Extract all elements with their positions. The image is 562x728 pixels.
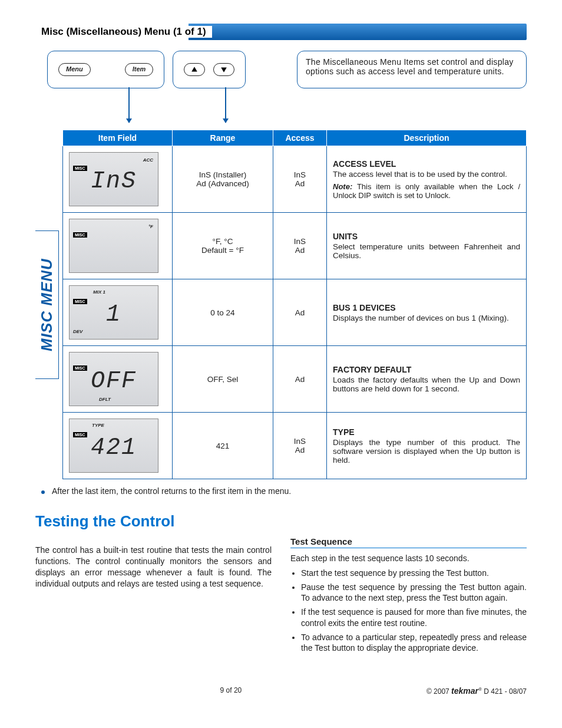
cell-access: InSAd (273, 413, 327, 479)
triangle-down-icon (220, 66, 227, 73)
table-header-row: Item Field Range Access Description (63, 130, 527, 146)
lcd-display: MISC°F (69, 219, 158, 273)
th-desc: Description (327, 130, 527, 146)
desc-title: UNITS (333, 232, 520, 241)
testing-columns: The control has a built-in test routine … (35, 536, 527, 657)
doc-id: D 421 - 08/07 (482, 687, 527, 696)
up-arrow-button[interactable] (184, 63, 205, 76)
triangle-up-icon (191, 66, 198, 73)
footer-right: © 2007 tekmar® D 421 - 08/07 (427, 686, 527, 696)
th-access: Access (273, 130, 327, 146)
table-row: MISCTYPE421421InSAdTYPEDisplays the type… (63, 413, 527, 479)
lcd-display: MISCTYPE421 (69, 419, 158, 473)
lcd-bottom-left-tag: DEV (73, 329, 82, 334)
cell-range: OFF, Sel (173, 346, 273, 413)
cell-range: 421 (173, 413, 273, 479)
testing-heading: Testing the Control (35, 512, 527, 531)
item-button[interactable]: Item (125, 63, 154, 76)
brand-logo: tekmar (451, 686, 478, 696)
desc-body: Displays the number of devices on bus 1 … (333, 314, 520, 322)
cell-range: °F, °CDefault = °F (173, 213, 273, 279)
th-range: Range (173, 130, 273, 146)
menu-table: Item Field Range Access Description MISC… (62, 130, 527, 479)
page-footer: 9 of 20 © 2007 tekmar® D 421 - 08/07 (35, 686, 527, 696)
table-row: MISCDFLTOFFOFF, SelAdFACTORY DEFAULTLoad… (63, 346, 527, 413)
cell-description: ACCESS LEVELThe access level that is to … (327, 146, 527, 213)
cell-item-field: MISCDFLTOFF (63, 346, 173, 413)
lcd-segment-value: 421 (70, 433, 158, 462)
top-row: Menu Item The Miscellaneous Menu Items s… (35, 51, 527, 88)
desc-title: FACTORY DEFAULT (333, 365, 520, 374)
svg-marker-0 (192, 67, 198, 71)
section-title: Misc (Miscellaneous) Menu (1 of 1) (41, 26, 212, 38)
arrow-button-group (173, 51, 246, 88)
copyright: © 2007 (427, 687, 449, 696)
lcd-top-left-tag: MIX 1 (93, 289, 105, 295)
cell-range: InS (Installer)Ad (Advanced) (173, 146, 273, 213)
cell-description: UNITSSelect temperature units between Fa… (327, 213, 527, 279)
lcd-segment-value: OFF (70, 367, 158, 395)
th-item: Item Field (63, 130, 173, 146)
side-label: MISC MENU (35, 230, 59, 379)
cell-description: TYPEDisplays the type number of this pro… (327, 413, 527, 479)
cell-item-field: MISCMIX 1DEV1 (63, 279, 173, 346)
menu-button[interactable]: Menu (58, 63, 91, 76)
test-step: If the test sequence is paused for more … (301, 607, 527, 628)
menu-item-button-group: Menu Item (47, 51, 164, 88)
table-row: MISC°F°F, °CDefault = °FInSAdUNITSSelect… (63, 213, 527, 279)
flow-arrow-range (225, 87, 226, 123)
cell-range: 0 to 24 (173, 279, 273, 346)
test-step: To advance to a particular step, repeate… (301, 632, 527, 653)
cell-item-field: MISCACCInS (63, 146, 173, 213)
desc-title: BUS 1 DEVICES (333, 303, 520, 312)
cell-access: InSAd (273, 213, 327, 279)
test-step: Pause the test sequence by pressing the … (301, 582, 527, 603)
lcd-display: MISCMIX 1DEV1 (69, 285, 158, 340)
lcd-segment-value (70, 233, 158, 262)
lcd-top-right-tag: ACC (143, 157, 153, 163)
cell-item-field: MISC°F (63, 213, 173, 279)
down-arrow-button[interactable] (213, 63, 234, 76)
desc-body: Select temperature units between Fahrenh… (333, 242, 520, 260)
test-sequence-lead: Each step in the test sequence lasts 10 … (290, 553, 527, 564)
cell-access: InSAd (273, 146, 327, 213)
svg-marker-1 (222, 67, 227, 72)
cell-access: Ad (273, 279, 327, 346)
testing-intro: The control has a built-in test routine … (35, 545, 272, 589)
desc-body: Loads the factory defaults when the Up a… (333, 375, 520, 393)
test-step: Start the test sequence by pressing the … (301, 568, 527, 578)
after-last-item-note: After the last item, the control returns… (52, 486, 527, 496)
lcd-segment-value: InS (70, 167, 158, 195)
desc-body: The access level that is to be used by t… (333, 170, 520, 179)
cell-description: FACTORY DEFAULTLoads the factory default… (327, 346, 527, 413)
test-steps-list: Start the test sequence by pressing the … (290, 568, 527, 653)
test-sequence-subhead: Test Sequence (290, 536, 527, 548)
cell-access: Ad (273, 346, 327, 413)
lcd-top-right-tag: °F (148, 224, 153, 229)
section-header: Misc (Miscellaneous) Menu (1 of 1) (35, 24, 527, 40)
lcd-bottom-center-tag: DFLT (99, 397, 111, 402)
lcd-display: MISCDFLTOFF (69, 352, 158, 406)
desc-title: TYPE (333, 427, 520, 437)
table-row: MISCMIX 1DEV10 to 24AdBUS 1 DEVICESDispl… (63, 279, 527, 346)
page-number: 9 of 20 (220, 686, 242, 696)
menu-table-wrap: MISC MENU Item Field Range Access Descri… (35, 130, 527, 479)
lcd-segment-value: 1 (70, 300, 158, 328)
info-box: The Miscellaneous Menu Items set control… (297, 51, 527, 88)
flow-arrows (35, 88, 527, 130)
cell-item-field: MISCTYPE421 (63, 413, 173, 479)
lcd-display: MISCACCInS (69, 152, 158, 206)
cell-description: BUS 1 DEVICESDisplays the number of devi… (327, 279, 527, 346)
table-row: MISCACCInSInS (Installer)Ad (Advanced)In… (63, 146, 527, 213)
lcd-top-center-tag: TYPE (92, 423, 104, 428)
flow-arrow-item (128, 87, 130, 123)
desc-body: Displays the type number of this product… (333, 438, 520, 465)
desc-title: ACCESS LEVEL (333, 159, 520, 169)
desc-note: Note: This item is only available when t… (333, 182, 520, 200)
